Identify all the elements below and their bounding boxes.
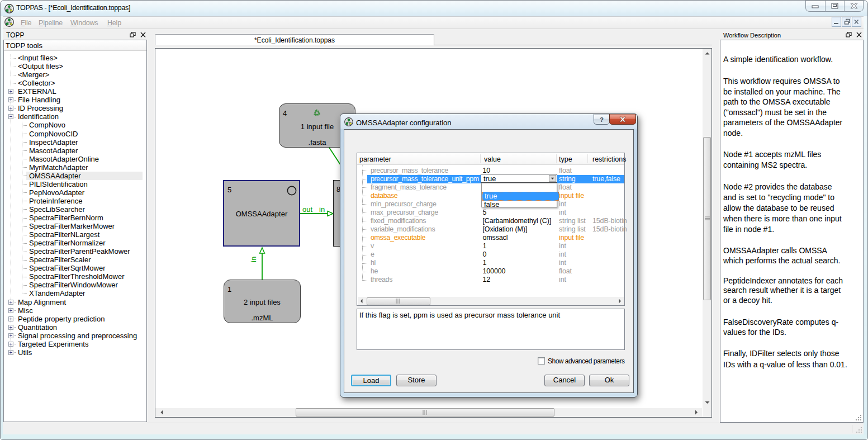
svg-text:?: ? <box>600 116 604 123</box>
svg-text:in: in <box>319 205 325 214</box>
svg-text:out: out <box>302 205 312 214</box>
svg-text:in: in <box>249 257 258 262</box>
